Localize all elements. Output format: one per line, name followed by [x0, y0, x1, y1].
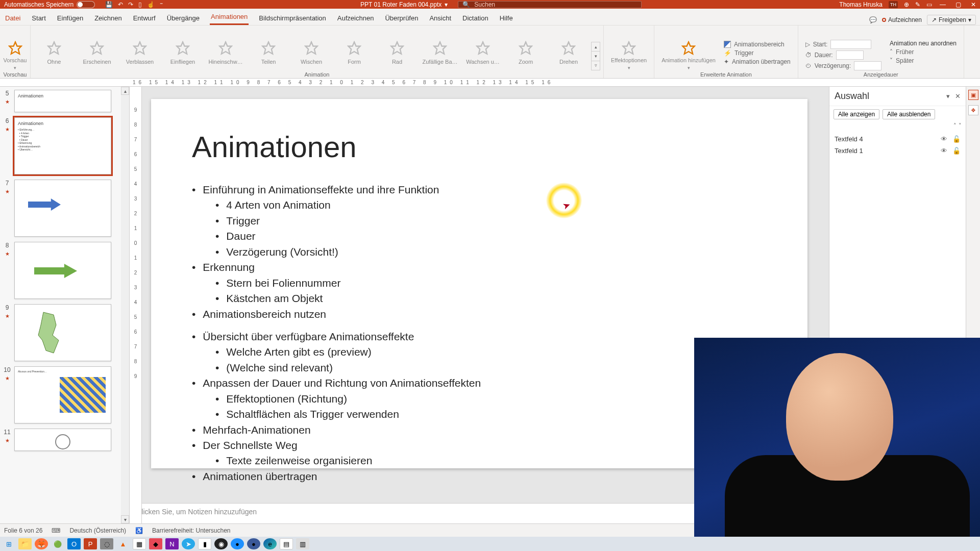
onenote-icon[interactable]: N [165, 538, 179, 549]
app-icon[interactable]: ▤ [280, 538, 293, 549]
filename-chevron-icon[interactable]: ▾ [445, 1, 448, 8]
bullet[interactable]: Mehrfach-Animationen [192, 422, 767, 438]
bullet[interactable]: Effektoptionen (Richtung) [215, 391, 767, 407]
format-pane-toggle[interactable]: ❖ [968, 105, 978, 115]
preview-button[interactable]: Vorschau ▾ [0, 39, 31, 70]
user-avatar[interactable]: TH [889, 1, 898, 8]
touch-icon[interactable]: ☝ [147, 1, 155, 8]
ribbon-options-icon[interactable]: ▭ [926, 1, 932, 8]
slide-thumb-8[interactable] [14, 242, 111, 299]
qat-more-icon[interactable]: ⁼ [160, 1, 163, 8]
tab-start[interactable]: Start [31, 11, 46, 25]
pen-icon[interactable]: ✎ [915, 1, 920, 8]
app-icon[interactable]: ● [247, 538, 260, 549]
redo-icon[interactable]: ↷ [128, 1, 133, 8]
tab-animations[interactable]: Animationen [210, 10, 249, 25]
undo-icon[interactable]: ↶ [118, 1, 123, 8]
tab-record[interactable]: Aufzeichnen [336, 11, 375, 25]
bullet[interactable]: Animationen übertragen [192, 469, 767, 484]
gallery-wheel[interactable]: Rad [377, 39, 418, 65]
bullet[interactable]: Texte zeilenweise organisieren [215, 453, 767, 468]
move-later-button[interactable]: ˅Später [890, 57, 957, 64]
selection-item[interactable]: Textfeld 1👁🔓 [829, 145, 966, 157]
bullet[interactable]: Verzögerung (Vorsicht!) [215, 244, 767, 260]
app-icon[interactable]: ◌ [100, 538, 113, 549]
slide-thumb-6[interactable]: Animationen • Einführung… • 4 Arten • Tr… [14, 117, 111, 174]
tab-draw[interactable]: Zeichnen [93, 11, 122, 25]
powerpoint-icon[interactable]: P [84, 538, 97, 549]
record-button[interactable]: Aufzeichnen [882, 16, 922, 23]
obs-icon[interactable]: ◉ [214, 538, 228, 549]
pane-dropdown-icon[interactable]: ▾ [946, 92, 950, 100]
autosave-toggle[interactable] [77, 1, 95, 8]
delay-input[interactable] [854, 61, 881, 70]
close-icon[interactable]: ✕ [969, 1, 978, 8]
bullet[interactable]: Welche Arten gibt es (preview) [215, 344, 767, 360]
gallery-random[interactable]: Zufällige Ba… [420, 39, 460, 65]
gallery-split[interactable]: Teilen [248, 39, 289, 65]
app-icon[interactable]: ◆ [149, 538, 162, 549]
tab-slideshow[interactable]: Bildschirmpräsentation [258, 11, 327, 25]
outlook-icon[interactable]: O [67, 538, 81, 549]
selection-item[interactable]: Textfeld 4👁🔓 [829, 133, 966, 145]
gallery-zoom[interactable]: Zoom [505, 39, 546, 65]
selection-pane-toggle[interactable]: ▣ [968, 90, 978, 100]
app-icon[interactable]: ▦ [133, 538, 146, 549]
start-menu-icon[interactable]: ⊞ [2, 538, 15, 549]
coming-soon-icon[interactable]: ⊕ [904, 1, 909, 8]
tab-design[interactable]: Entwurf [132, 11, 157, 25]
bullet[interactable]: Kästchen am Objekt [215, 291, 767, 306]
slide-thumb-11[interactable] [14, 429, 111, 451]
gallery-fade[interactable]: Verblassen [119, 39, 160, 65]
gallery-grow[interactable]: Wachsen u… [462, 39, 503, 65]
slide-thumb-5[interactable]: Animationen [14, 90, 111, 112]
status-access[interactable]: Barrierefreiheit: Untersuchen [152, 527, 230, 534]
scroll-up-icon[interactable]: ▴ [121, 87, 129, 95]
bullet[interactable]: Schaltflächen als Trigger verwenden [215, 407, 767, 422]
save-icon[interactable]: 💾 [105, 1, 113, 8]
bullet[interactable]: Animationsbereich nutzen [192, 307, 767, 322]
bullet[interactable]: Stern bei Foliennummer [215, 276, 767, 291]
lock-icon[interactable]: 🔓 [952, 135, 961, 143]
hide-all-button[interactable]: Alle ausblenden [883, 109, 935, 119]
tab-file[interactable]: Datei [4, 11, 21, 25]
slide-thumb-10[interactable]: Abusus und Prevention… [14, 366, 111, 423]
eye-icon[interactable]: 👁 [941, 147, 947, 155]
slide-title[interactable]: Animationen [192, 130, 767, 164]
trigger-button[interactable]: ⚡Trigger [724, 49, 791, 57]
tab-review[interactable]: Überprüfen [384, 11, 419, 25]
lock-icon[interactable]: 🔓 [952, 147, 961, 155]
gallery-wipe[interactable]: Wischen [291, 39, 332, 65]
tab-transitions[interactable]: Übergänge [166, 11, 201, 25]
tab-help[interactable]: Hilfe [499, 11, 514, 25]
app-icon[interactable]: ▥ [296, 538, 309, 549]
filename[interactable]: PPT 01 Roter Faden 004.pptx [360, 1, 442, 8]
pane-close-icon[interactable]: ✕ [955, 92, 961, 100]
tab-insert[interactable]: Einfügen [56, 11, 84, 25]
bullet[interactable]: (Welche sind relevant) [215, 360, 767, 375]
bullet[interactable]: Anpassen der Dauer und Richtung von Anim… [192, 375, 767, 391]
bullet[interactable]: 4 Arten von Animation [215, 197, 767, 213]
app-icon[interactable]: ▮ [198, 538, 211, 549]
show-all-button[interactable]: Alle anzeigen [834, 109, 879, 119]
gallery-floatin[interactable]: Hineinschw… [205, 39, 246, 65]
comments-icon[interactable]: 💬 [869, 16, 877, 23]
move-up-icon[interactable]: ˄ [953, 122, 957, 129]
telegram-icon[interactable]: ➤ [182, 538, 195, 549]
maximize-icon[interactable]: ▢ [953, 1, 963, 8]
bullet[interactable]: Einführung in Animationseffekte und ihre… [192, 182, 767, 197]
thumbs-scrollbar[interactable]: ▴▾ [121, 87, 129, 523]
gallery-scroll[interactable]: ▴▾▿ [591, 42, 600, 70]
slide-thumbnails-panel[interactable]: 5★ Animationen 6★ Animationen • Einführu… [0, 87, 130, 523]
windows-taskbar[interactable]: ⊞ 📁 🦊 🟢 O P ◌ ▲ ▦ ◆ N ➤ ▮ ◉ ● ● e ▤ ▥ [0, 537, 980, 551]
slide-thumb-7[interactable] [14, 180, 111, 237]
edge-icon[interactable]: e [263, 538, 277, 549]
duration-input[interactable] [836, 51, 864, 60]
status-lang[interactable]: Deutsch (Österreich) [69, 527, 126, 534]
scroll-down-icon[interactable]: ▾ [121, 515, 129, 523]
gallery-none[interactable]: Ohne [34, 39, 75, 65]
slide-thumb-9[interactable] [14, 304, 111, 361]
bullet[interactable]: Trigger [215, 213, 767, 229]
status-access-icon[interactable]: ♿ [135, 527, 143, 534]
move-earlier-button[interactable]: ˄Früher [890, 48, 957, 56]
